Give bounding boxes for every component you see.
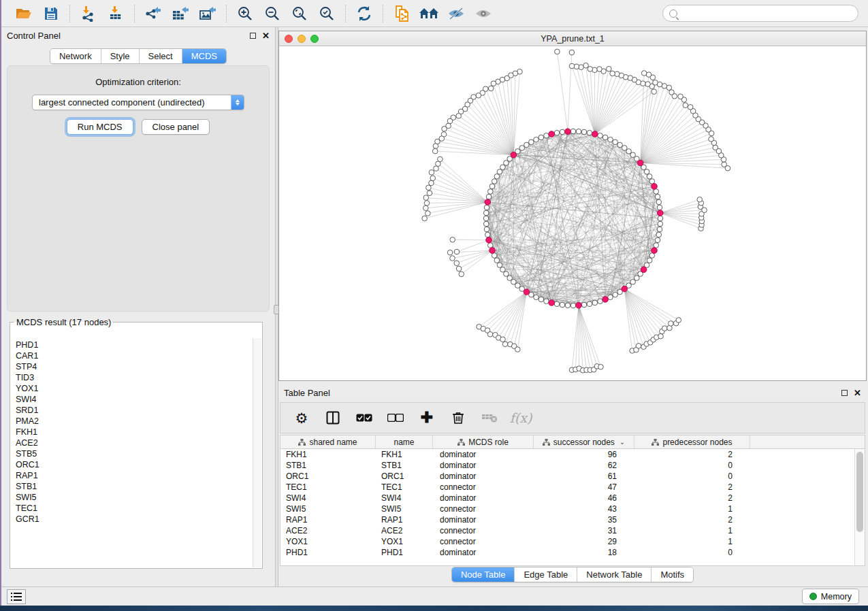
first-neighbors-icon[interactable] [417,3,440,24]
graph-node[interactable] [569,63,575,69]
graph-node[interactable] [554,301,560,307]
graph-node[interactable] [658,216,663,221]
graph-node[interactable] [662,326,667,331]
tab-motifs[interactable]: Motifs [651,567,693,582]
graph-node[interactable] [560,129,565,135]
graph-node[interactable] [488,86,494,91]
graph-node[interactable] [447,118,453,124]
graph-node[interactable] [483,216,489,221]
graph-node[interactable] [656,232,662,237]
graph-node[interactable] [497,263,502,268]
mcds-node-item[interactable]: YOX1 [16,383,253,394]
table-row[interactable]: TEC1TEC1connector472 [280,482,854,493]
mcds-node-item[interactable]: SWI4 [16,394,253,405]
graph-node[interactable] [502,342,508,347]
graph-node[interactable] [433,144,438,149]
graph-node[interactable] [425,211,431,216]
export-network-icon[interactable] [142,3,165,24]
graph-node[interactable] [423,205,429,211]
close-panel-button[interactable]: Close panel [142,119,210,135]
graph-node[interactable] [432,148,438,154]
graph-node[interactable] [497,169,502,175]
select-all-rows-icon[interactable] [355,408,373,428]
mcds-node-item[interactable]: TEC1 [16,503,253,514]
graph-node[interactable] [608,137,613,142]
graph-node[interactable] [657,227,662,232]
refresh-icon[interactable] [353,3,376,24]
graph-node[interactable] [658,333,664,339]
table-row[interactable]: STB1STB1dominator620 [280,460,854,471]
table-row[interactable]: ACE2ACE2connector311 [280,525,854,536]
graph-node[interactable] [476,93,481,99]
graph-node[interactable] [570,303,576,308]
graph-node[interactable] [554,130,560,135]
graph-node[interactable] [655,194,660,199]
graph-node[interactable] [483,221,489,227]
export-image-icon[interactable] [196,3,219,24]
column-selector-icon[interactable] [324,408,342,428]
sort-menu-icon[interactable]: ⌄ [620,438,625,446]
table-row[interactable]: SWI5SWI5connector431 [280,503,854,514]
graph-node[interactable] [583,63,589,68]
graph-hub-node[interactable] [641,267,647,273]
duplicate-network-icon[interactable] [390,3,413,24]
graph-node[interactable] [588,67,593,72]
graph-hub-node[interactable] [485,199,491,205]
task-history-button[interactable] [7,589,26,604]
mcds-node-item[interactable]: GCR1 [16,514,253,525]
graph-node[interactable] [450,256,455,261]
graph-node[interactable] [486,194,492,199]
graph-node[interactable] [617,142,623,148]
close-panel-icon[interactable]: ✕ [262,31,270,40]
column-header-mcds-role[interactable]: MCDS role [433,435,534,448]
import-network-icon[interactable] [77,3,100,24]
mcds-node-item[interactable]: STB5 [16,448,253,459]
mcds-node-item[interactable]: STB1 [16,481,253,492]
table-row[interactable]: RAP1RAP1dominator352 [280,514,854,525]
graph-node[interactable] [560,302,565,308]
graph-node[interactable] [713,145,718,150]
graph-node[interactable] [592,300,598,306]
graph-hub-node[interactable] [549,300,555,306]
graph-node[interactable] [515,283,521,288]
run-mcds-button[interactable]: Run MCDS [67,119,133,135]
graph-node[interactable] [429,180,434,186]
mcds-node-item[interactable]: ORC1 [16,459,253,470]
graph-node[interactable] [678,94,684,99]
mcds-node-item[interactable]: PHD1 [16,340,253,350]
show-all-icon[interactable] [472,3,495,24]
graph-node[interactable] [534,295,539,300]
table-row[interactable]: SWI4SWI4dominator462 [280,493,854,503]
graph-node[interactable] [697,197,703,202]
graph-node[interactable] [427,191,432,196]
graph-node[interactable] [581,302,587,308]
graph-hub-node[interactable] [637,160,643,166]
graph-node[interactable] [645,82,651,87]
graph-node[interactable] [634,276,640,281]
graph-hub-node[interactable] [602,297,609,303]
graph-node[interactable] [602,135,608,140]
graph-node[interactable] [654,189,659,195]
graph-node[interactable] [484,205,489,210]
graph-node[interactable] [426,185,432,191]
tab-edge-table[interactable]: Edge Table [514,567,577,582]
graph-node[interactable] [598,364,604,369]
graph-node[interactable] [422,216,428,221]
graph-hub-node[interactable] [486,237,492,244]
table-scrollbar[interactable] [854,449,865,565]
mcds-node-item[interactable]: CAR1 [16,350,253,361]
graph-hub-node[interactable] [489,248,496,254]
zoom-fit-icon[interactable] [288,3,311,24]
float-panel-icon[interactable] [250,33,256,39]
graph-node[interactable] [434,166,439,171]
graph-node[interactable] [456,266,462,271]
graph-hub-node[interactable] [524,289,530,295]
graph-node[interactable] [654,243,659,248]
graph-node[interactable] [626,149,632,154]
delete-table-icon[interactable] [481,408,498,428]
graph-node[interactable] [587,130,592,135]
close-table-panel-icon[interactable]: ✕ [854,389,861,397]
graph-hub-node[interactable] [511,152,517,158]
graph-node[interactable] [565,303,570,308]
graph-node[interactable] [668,321,673,327]
